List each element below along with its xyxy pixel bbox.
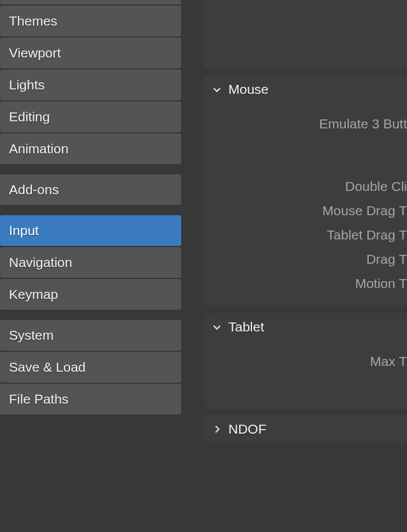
row-motion: Motion T (204, 276, 407, 291)
sidebar-item-label: Navigation (9, 255, 72, 270)
sidebar-item-cut[interactable] (0, 0, 181, 4)
sidebar-group-interface: Themes Viewport Lights Editing Animation (0, 0, 181, 164)
panel-tablet-content: Max T (204, 341, 407, 409)
sidebar-item-input[interactable]: Input (0, 215, 181, 246)
sidebar-item-label: Viewport (9, 45, 61, 60)
sidebar-item-label: Animation (9, 141, 68, 156)
panel-ndof-header[interactable]: NDOF (204, 415, 407, 443)
sidebar-item-label: Themes (9, 13, 57, 28)
sidebar-item-editing[interactable]: Editing (0, 102, 181, 132)
sidebar-item-animation[interactable]: Animation (0, 133, 181, 164)
chevron-right-icon (212, 424, 222, 434)
sidebar-item-system[interactable]: System (0, 320, 181, 351)
sidebar-item-viewport[interactable]: Viewport (0, 38, 181, 68)
sidebar-item-label: File Paths (9, 391, 68, 406)
sidebar-item-lights[interactable]: Lights (0, 70, 181, 100)
panel-mouse-content: Emulate 3 Butt Double Cli Mouse Drag T T… (204, 103, 407, 307)
sidebar-group-input: Input Navigation Keymap (0, 215, 181, 310)
sidebar-item-keymap[interactable]: Keymap (0, 279, 181, 310)
sidebar-item-save-load[interactable]: Save & Load (0, 352, 181, 383)
sidebar-item-navigation[interactable]: Navigation (0, 247, 181, 278)
sidebar-item-label: Input (9, 223, 39, 238)
sidebar-group-addons: Add-ons (0, 174, 181, 205)
row-emulate-3-button: Emulate 3 Butt (204, 116, 407, 132)
sidebar-item-label: Lights (9, 77, 45, 92)
sidebar-item-addons[interactable]: Add-ons (0, 174, 181, 205)
preferences-main: Mouse Emulate 3 Butt Double Cli Mouse Dr… (181, 0, 407, 532)
panel-mouse: Mouse Emulate 3 Butt Double Cli Mouse Dr… (204, 75, 407, 307)
row-max-threshold: Max T (204, 354, 407, 369)
panel-mouse-label: Mouse (228, 82, 269, 97)
chevron-down-icon (212, 84, 222, 95)
panel-ndof: NDOF (204, 415, 407, 443)
sidebar-item-label: Add-ons (9, 182, 59, 197)
row-mouse-drag: Mouse Drag T (204, 203, 407, 218)
sidebar-item-file-paths[interactable]: File Paths (0, 384, 181, 414)
row-drag: Drag T (204, 252, 407, 267)
panel-tablet-header[interactable]: Tablet (204, 313, 407, 341)
row-double-click: Double Cli (204, 179, 407, 194)
sidebar-item-label: System (9, 328, 54, 342)
row-blank (204, 378, 407, 393)
row-tablet-drag: Tablet Drag T (204, 227, 407, 243)
sidebar-item-label: Keymap (9, 287, 58, 301)
sidebar-item-themes[interactable]: Themes (0, 6, 181, 36)
panel-ndof-label: NDOF (228, 422, 267, 437)
sidebar-item-label: Editing (9, 109, 50, 124)
panel-tablet-label: Tablet (228, 319, 264, 335)
sidebar-group-system: System Save & Load File Paths (0, 320, 181, 414)
sidebar-item-label: Save & Load (9, 360, 85, 374)
panel-above-cut (204, 0, 407, 69)
panel-mouse-header[interactable]: Mouse (204, 75, 407, 103)
panel-tablet: Tablet Max T (204, 313, 407, 409)
chevron-down-icon (212, 322, 222, 332)
preferences-sidebar: Themes Viewport Lights Editing Animation… (0, 0, 181, 532)
